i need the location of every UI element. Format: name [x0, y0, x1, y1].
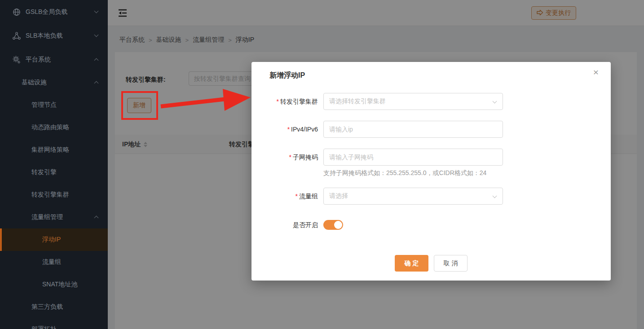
chevron-up-icon [95, 81, 98, 85]
sidebar-item-label: 部署拓扑 [31, 325, 57, 329]
add-floating-ip-modal: 新增浮动IP × *转发引擎集群 请选择转发引擎集群 *IPv4/IPv6 *子… [251, 62, 611, 281]
sidebar-item-label: 浮动IP [42, 236, 61, 244]
chevron-down-icon [493, 195, 496, 197]
gears-icon [13, 56, 21, 64]
sidebar-item-label: 平台系统 [26, 56, 51, 64]
ip-input-wrap [323, 121, 503, 138]
required-asterisk: * [287, 126, 290, 133]
sidebar-item-slb[interactable]: SLB本地负载 [0, 24, 108, 48]
netmask-input-wrap [323, 149, 503, 166]
globe-icon [13, 8, 21, 16]
sidebar-item-gslb[interactable]: GSLB全局负载 [0, 0, 108, 24]
close-icon[interactable]: × [590, 66, 602, 78]
sidebar-item-infrastructure[interactable]: 基础设施 [0, 71, 108, 94]
modal-title: 新增浮动IP [269, 71, 305, 80]
sidebar-item-third-party-lb[interactable]: 第三方负载 [0, 296, 108, 318]
annotation-highlight-rectangle [121, 91, 158, 120]
sidebar-item-label: 第三方负载 [31, 303, 63, 311]
sidebar-item-cluster-network-policy[interactable]: 集群网络策略 [0, 139, 108, 161]
chevron-down-icon [493, 101, 496, 103]
cancel-button[interactable]: 取 消 [434, 255, 468, 272]
netmask-input[interactable] [329, 154, 497, 161]
netmask-help-text: 支持子网掩码格式如：255.255.255.0，或CIDR格式如：24 [323, 169, 486, 177]
sidebar-item-label: 转发引擎集群 [31, 191, 69, 199]
sidebar-item-platform[interactable]: 平台系统 [0, 48, 108, 71]
chevron-up-icon [95, 58, 98, 62]
required-asterisk: * [277, 98, 279, 105]
sidebar-item-dynamic-route-policy[interactable]: 动态路由策略 [0, 116, 108, 139]
field-label-text: 子网掩码 [293, 154, 318, 161]
ip-input[interactable] [329, 126, 497, 133]
annotation-arrow [157, 85, 252, 114]
sidebar-item-forward-engine[interactable]: 转发引擎 [0, 161, 108, 184]
sidebar-item-label: 流量组管理 [31, 213, 63, 221]
field-label: 是否开启 [251, 220, 318, 230]
sidebar-item-label: 基础设施 [22, 79, 47, 87]
sidebar-item-label: 转发引擎 [31, 168, 57, 176]
sidebar-item-label: 集群网络策略 [31, 146, 69, 154]
engine-cluster-select[interactable]: 请选择转发引擎集群 [323, 93, 503, 110]
sidebar-item-label: GSLB全局负载 [26, 8, 67, 16]
sidebar-item-snat-pool[interactable]: SNAT地址池 [0, 273, 108, 296]
form-row-enabled: 是否开启 [251, 220, 593, 230]
ok-button[interactable]: 确 定 [395, 255, 428, 272]
enabled-toggle[interactable] [323, 220, 343, 230]
sidebar-item-label: 流量组 [42, 258, 61, 266]
field-label-text: IPv4/IPv6 [291, 126, 318, 133]
sidebar-item-label: SLB本地负载 [26, 32, 62, 40]
required-asterisk: * [296, 193, 298, 200]
sidebar-item-forward-engine-cluster[interactable]: 转发引擎集群 [0, 184, 108, 206]
field-label-text: 转发引擎集群 [280, 98, 318, 105]
field-label: *流量组 [251, 188, 318, 205]
sidebar-item-deploy-topology[interactable]: 部署拓扑 [0, 318, 108, 329]
field-label: *转发引擎集群 [251, 93, 318, 110]
chevron-down-icon [95, 34, 98, 36]
chevron-down-icon [95, 10, 98, 13]
sidebar-item-traffic-group[interactable]: 流量组 [0, 251, 108, 273]
cluster-nodes-icon [13, 32, 21, 40]
sidebar-item-manage-node[interactable]: 管理节点 [0, 94, 108, 116]
field-label: *IPv4/IPv6 [251, 121, 318, 138]
toggle-knob [334, 221, 342, 229]
sidebar-item-traffic-group-mgmt[interactable]: 流量组管理 [0, 206, 108, 228]
required-asterisk: * [289, 154, 291, 161]
traffic-group-select[interactable]: 请选择 [323, 188, 503, 205]
field-label-text: 流量组 [299, 193, 318, 200]
select-placeholder: 请选择转发引擎集群 [329, 97, 386, 105]
sidebar: GSLB全局负载 SLB本地负载 平台系统 基础设施 管理节点 动态路由策略 集… [0, 0, 108, 329]
sidebar-item-label: SNAT地址池 [42, 281, 77, 289]
form-row-ip: *IPv4/IPv6 [251, 121, 593, 138]
sidebar-item-label: 管理节点 [31, 101, 57, 109]
field-label: *子网掩码 [251, 149, 318, 166]
form-row-netmask: *子网掩码 [251, 149, 593, 166]
form-row-traffic-group: *流量组 请选择 [251, 188, 593, 205]
sidebar-item-floating-ip[interactable]: 浮动IP [0, 228, 108, 251]
select-placeholder: 请选择 [329, 192, 348, 200]
form-row-engine-cluster: *转发引擎集群 请选择转发引擎集群 [251, 93, 593, 110]
sidebar-item-label: 动态路由策略 [31, 123, 69, 132]
chevron-up-icon [95, 215, 98, 219]
